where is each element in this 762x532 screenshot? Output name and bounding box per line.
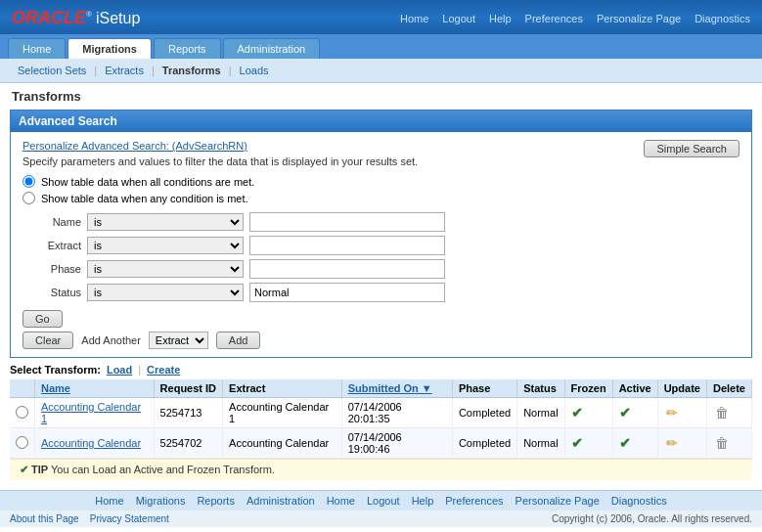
col-radio [10,379,35,398]
name-operator[interactable]: isis notcontains [87,213,244,231]
nav-preferences[interactable]: Preferences [525,13,583,24]
row1-submitted-on: 07/14/2006 20:01:35 [341,398,452,428]
row2-frozen-icon: ✔ [571,435,583,451]
row1-delete-button[interactable]: 🗑 [713,405,731,421]
col-submitted-on: Submitted On ▼ [341,379,452,398]
load-button[interactable]: Load [107,364,132,376]
extract-value[interactable] [249,236,445,255]
radio-any-label: Show table data when any condition is me… [41,193,248,204]
footer-diagnostics[interactable]: Diagnostics [611,495,667,507]
nav-personalize-page[interactable]: Personalize Page [597,13,681,24]
radio-any-input[interactable] [22,192,35,204]
clear-button[interactable]: Clear [22,332,73,349]
personalize-link[interactable]: Personalize Advanced Search: (AdvSearchR… [22,140,247,152]
footer-copyright: Copyright (c) 2006, Oracle. All rights r… [552,513,752,524]
row2-radio-cell [10,428,35,459]
subnav-loads[interactable]: Loads [232,63,277,78]
row1-status: Normal [517,398,564,428]
tab-reports[interactable]: Reports [154,38,221,59]
subnav-selection-sets[interactable]: Selection Sets [10,63,94,78]
row1-name-link[interactable]: Accounting Calendar 1 [41,401,141,424]
footer-logout[interactable]: Logout [367,495,400,507]
add-button[interactable]: Add [216,332,261,349]
status-operator[interactable]: isis not [87,284,244,301]
row2-radio[interactable] [16,436,28,449]
nav-diagnostics[interactable]: Diagnostics [695,13,750,24]
tab-migrations[interactable]: Migrations [67,38,152,59]
tab-home[interactable]: Home [8,38,66,59]
main-content: Advanced Search Personalize Advanced Sea… [0,110,762,490]
table-row: Accounting Calendar 5254702 Accounting C… [10,428,752,459]
advanced-search-box: Advanced Search Personalize Advanced Sea… [10,110,752,358]
radio-all-input[interactable] [22,175,35,188]
row2-update-button[interactable]: ✏ [664,435,680,451]
row1-radio[interactable] [16,406,28,419]
footer-help[interactable]: Help [412,495,434,507]
sub-nav: Selection Sets | Extracts | Transforms |… [0,59,762,83]
row1-update: ✏ [657,398,706,428]
extract-label: Extract [22,240,81,251]
row2-delete-icon: 🗑 [715,435,729,451]
col-name: Name [35,379,155,398]
tip-word: TIP [31,464,48,475]
tab-bar: Home Migrations Reports Administration [0,34,762,59]
row2-name-link[interactable]: Accounting Calendar [41,437,141,449]
nav-help[interactable]: Help [489,13,512,24]
row1-radio-cell [10,398,35,428]
col-delete: Delete [706,379,751,398]
row2-frozen: ✔ [564,428,612,459]
add-another-label: Add Another [81,334,141,346]
advanced-search-header: Advanced Search [11,111,751,132]
row2-active-icon: ✔ [619,435,631,451]
footer-bottom: About this Page Privacy Statement Copyri… [0,510,762,527]
page-title: Transforms [0,83,762,110]
row1-active: ✔ [612,398,657,428]
select-transform-label: Select Transform: [10,364,101,376]
add-clear-row: Clear Add Another Extract Name Phase Sta… [22,332,740,349]
footer-preferences[interactable]: Preferences [445,495,503,507]
nav-logout[interactable]: Logout [442,13,475,24]
row2-delete-button[interactable]: 🗑 [713,435,731,451]
status-value[interactable] [249,283,445,302]
row2-extract: Accounting Calendar [223,428,342,459]
row2-active: ✔ [612,428,657,459]
subnav-extracts[interactable]: Extracts [97,63,152,78]
create-button[interactable]: Create [147,364,180,376]
phase-operator[interactable]: isis not [87,260,244,278]
footer-home2[interactable]: Home [327,495,355,507]
name-value[interactable] [249,212,445,232]
footer-home[interactable]: Home [95,495,123,507]
footer-main: Home Migrations Reports Administration H… [0,490,762,510]
col-request-id: Request ID [154,379,222,398]
phase-value[interactable] [249,259,445,279]
tip-icon: ✔ [20,464,28,475]
top-header: ORACLE® iSetup Home Logout Help Preferen… [0,0,762,34]
footer-about[interactable]: About this Page [10,513,79,524]
status-label: Status [22,287,81,298]
footer-bottom-left: About this Page Privacy Statement [10,513,169,524]
subnav-transforms[interactable]: Transforms [155,63,229,78]
go-button[interactable]: Go [22,310,63,328]
footer-reports[interactable]: Reports [197,495,235,507]
simple-search-button[interactable]: Simple Search [644,140,740,157]
footer-privacy[interactable]: Privacy Statement [90,513,169,524]
top-nav: Home Logout Help Preferences Personalize… [400,13,750,24]
row2-status: Normal [517,428,564,459]
col-frozen: Frozen [564,379,612,398]
field-grid: Name isis notcontains Extract isis not P… [22,212,740,302]
describe-text: Specify parameters and values to filter … [22,155,418,167]
nav-home[interactable]: Home [400,13,428,24]
extract-operator[interactable]: isis not [87,237,244,254]
add-another-select[interactable]: Extract Name Phase Status [149,332,208,349]
action-btn-row: Go [22,310,740,328]
select-transform-sep: | [138,364,141,376]
footer-migrations[interactable]: Migrations [136,495,186,507]
radio-all-label: Show table data when all conditions are … [41,176,254,188]
row1-name: Accounting Calendar 1 [35,398,155,428]
footer-personalize[interactable]: Personalize Page [515,495,600,507]
row1-edit-icon: ✏ [666,405,678,421]
tab-administration[interactable]: Administration [223,38,321,59]
row1-update-button[interactable]: ✏ [664,405,680,421]
logo-area: ORACLE® iSetup [12,8,140,28]
footer-administration[interactable]: Administration [247,495,315,507]
